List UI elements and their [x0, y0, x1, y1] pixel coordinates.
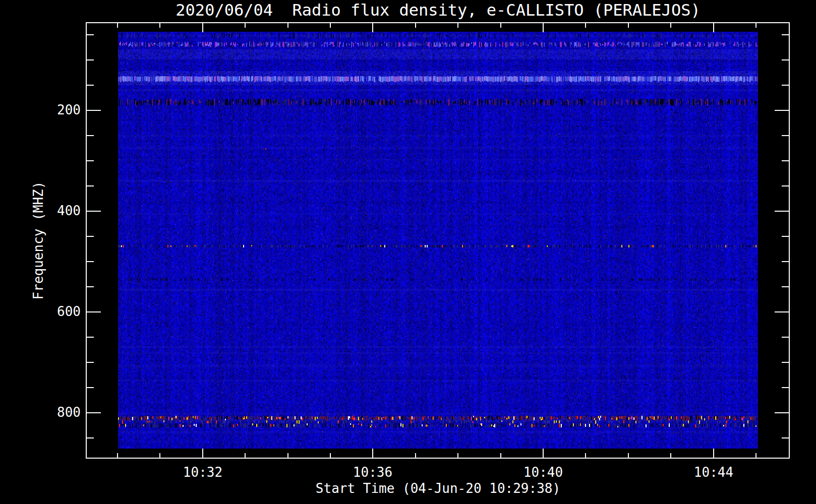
axis-tick: [782, 261, 789, 262]
axis-tick: [775, 412, 789, 413]
axis-tick: [585, 453, 586, 458]
axis-tick: [782, 185, 789, 186]
x-tick-label: 10:44: [694, 465, 733, 480]
axis-tick: [585, 23, 586, 28]
axis-tick: [87, 211, 101, 212]
axis-tick: [159, 453, 160, 458]
axis-tick: [87, 437, 94, 438]
axis-tick: [782, 286, 789, 287]
axis-tick: [775, 311, 789, 312]
axis-tick: [87, 412, 101, 413]
axis-tick: [159, 23, 160, 28]
axis-tick: [87, 160, 94, 161]
axis-tick: [117, 453, 118, 458]
y-tick-label: 600: [20, 304, 81, 319]
axis-tick: [543, 23, 544, 32]
axis-tick: [87, 135, 94, 136]
axis-tick: [782, 160, 789, 161]
axis-tick: [372, 449, 373, 458]
axis-tick: [87, 85, 94, 86]
axis-tick: [202, 449, 203, 458]
spectrogram-image: [118, 32, 758, 449]
axis-tick: [775, 110, 789, 111]
axis-tick: [330, 23, 331, 28]
axis-tick: [415, 23, 416, 28]
axis-tick: [670, 23, 671, 28]
axis-tick: [457, 23, 458, 28]
axis-tick: [87, 286, 94, 287]
axis-tick: [87, 185, 94, 186]
axis-tick: [245, 23, 246, 28]
axis-tick: [117, 23, 118, 28]
x-tick-label: 10:32: [183, 465, 222, 480]
axis-tick: [782, 59, 789, 60]
axis-tick: [670, 453, 671, 458]
axis-tick: [87, 311, 101, 312]
axis-tick: [628, 453, 629, 458]
axis-tick: [775, 211, 789, 212]
axis-tick: [755, 453, 756, 458]
axis-tick: [782, 362, 789, 363]
axis-tick: [415, 453, 416, 458]
axis-tick: [87, 337, 94, 338]
axis-tick: [500, 23, 501, 28]
chart-title: 2020/06/04 Radio flux density, e-CALLIST…: [86, 1, 790, 20]
axis-tick: [87, 34, 94, 35]
spectrogram-page: 2020/06/04 Radio flux density, e-CALLIST…: [0, 0, 816, 504]
axis-tick: [87, 59, 94, 60]
y-tick-label: 400: [20, 203, 81, 218]
axis-tick: [245, 453, 246, 458]
axis-tick: [372, 23, 373, 32]
axis-tick: [782, 135, 789, 136]
axis-tick: [782, 437, 789, 438]
axis-tick: [782, 85, 789, 86]
axis-tick: [782, 34, 789, 35]
axis-tick: [500, 453, 501, 458]
axis-tick: [755, 23, 756, 28]
axis-tick: [782, 337, 789, 338]
y-tick-label: 800: [20, 405, 81, 420]
axis-tick: [330, 453, 331, 458]
x-tick-label: 10:36: [353, 465, 392, 480]
x-axis-title: Start Time (04-Jun-20 10:29:38): [86, 481, 790, 496]
axis-tick: [287, 453, 288, 458]
axis-tick: [87, 110, 101, 111]
axis-tick: [202, 23, 203, 32]
axis-tick: [87, 387, 94, 388]
axis-tick: [287, 23, 288, 28]
axis-tick: [628, 23, 629, 28]
axis-tick: [782, 236, 789, 237]
axis-tick: [457, 453, 458, 458]
y-tick-label: 200: [20, 102, 81, 117]
axis-tick: [543, 449, 544, 458]
axis-tick: [87, 261, 94, 262]
axis-tick: [87, 236, 94, 237]
axis-tick: [713, 449, 714, 458]
axis-tick: [87, 362, 94, 363]
y-axis-title: Frequency (MHZ): [31, 181, 46, 300]
axis-tick: [713, 23, 714, 32]
axis-tick: [782, 387, 789, 388]
x-tick-label: 10:40: [523, 465, 563, 480]
